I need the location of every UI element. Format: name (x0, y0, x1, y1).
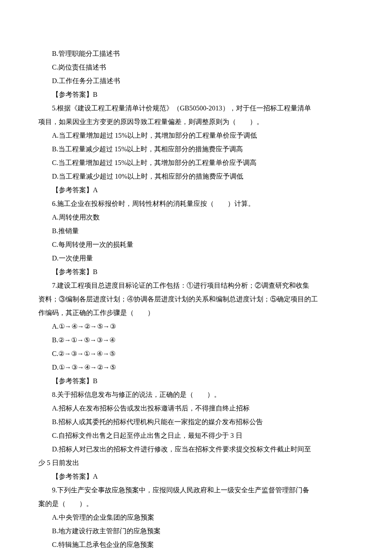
q8-option-d-line1: D.招标人对已发出的招标文件进行修改，应当在招标文件要求提交投标文件截止时间至 (38, 442, 354, 456)
q7-stem-line1: 7.建设工程项目总进度目标论证的工作包括：①进行项目结构分析；②调查研究和收集 (38, 279, 354, 292)
q6-option-d: D.一次使用量 (38, 251, 354, 265)
q5-answer: 【参考答案】A (38, 183, 354, 197)
q8-option-d-line2: 少 5 日前发出 (38, 456, 354, 470)
q7-option-c: C.②→③→①→④→⑤ (38, 347, 354, 361)
q8-stem: 8.关于招标信息发布与修正的说法，正确的是（ ）。 (38, 388, 354, 402)
q6-option-c: C.每周转使用一次的损耗量 (38, 238, 354, 251)
q9-stem-line1: 9.下列生产安全事故应急预案中，应报同级人民政府和上一级安全生产监督管理部门备 (38, 483, 354, 497)
q8-answer: 【参考答案】A (38, 470, 354, 483)
q5-option-d: D.当工程量减少超过 10%以上时，其相应部分的措施费应予调低 (38, 170, 354, 183)
q7-option-a: A.①→④→②→⑤→③ (38, 320, 354, 333)
q8-option-b: B.招标人或其委托的招标代理机构只能在一家指定的媒介发布招标公告 (38, 415, 354, 429)
q9-option-b: B.地方建设行政主管部门的应急预案 (38, 524, 354, 538)
q6-option-b: B.推销量 (38, 224, 354, 238)
q9-option-c: C.特辑施工总承包企业的应急预案 (38, 538, 354, 552)
q5-stem-line1: 5.根据《建设工程工程量清单计价规范》（GB50500-2013），对于任一招标… (38, 101, 354, 115)
q6-stem: 6.施工企业在投标报价时，周转性材料的消耗量应按（ ）计算。 (38, 197, 354, 211)
q5-option-a: A.当工程量增加超过 15%以上时，其增加部分的工程量单价应予调低 (38, 129, 354, 142)
q7-stem-line3: 作编码，其正确的工作步骤是（ ） (38, 306, 354, 320)
q7-option-d: D.①→③→④→②→⑤ (38, 361, 354, 374)
q8-option-a: A.招标人在发布招标公告或发出投标邀请书后，不得擅自终止招标 (38, 402, 354, 415)
option-b-partial: B.管理职能分工描述书 (38, 47, 354, 61)
q6-answer: 【参考答案】B (38, 265, 354, 279)
q9-stem-line2: 案的是（ ）。 (38, 497, 354, 511)
q7-option-b: B.②→①→⑤→③→④ (38, 333, 354, 347)
q6-option-a: A.周转使用次数 (38, 211, 354, 224)
q5-stem-line2: 项目，如果因业主方变更的原因导致工程量偏差，则调整原则为（ ）。 (38, 115, 354, 129)
q7-answer: 【参考答案】B (38, 374, 354, 388)
q5-option-b: B.当工程量减少超过 15%以上时，其相应部分的措施费应予调高 (38, 142, 354, 156)
q5-option-c: C.当工程量增加超过 15%以上时，其增加部分的工程量单价应予调高 (38, 156, 354, 170)
q8-option-c: C.自招标文件出售之日起至停止出售之日止，最短不得少于 3 日 (38, 429, 354, 442)
q7-stem-line2: 资料；③编制各层进度计划；④协调各层进度计划的关系和编制总进度计划；⑤确定项目的… (38, 292, 354, 306)
q9-option-a: A.中央管理的企业集团的应急预案 (38, 511, 354, 524)
option-c-partial: C.岗位责任描述书 (38, 61, 354, 74)
option-d-partial: D.工作任务分工描述书 (38, 74, 354, 88)
answer-partial: 【参考答案】B (38, 88, 354, 101)
